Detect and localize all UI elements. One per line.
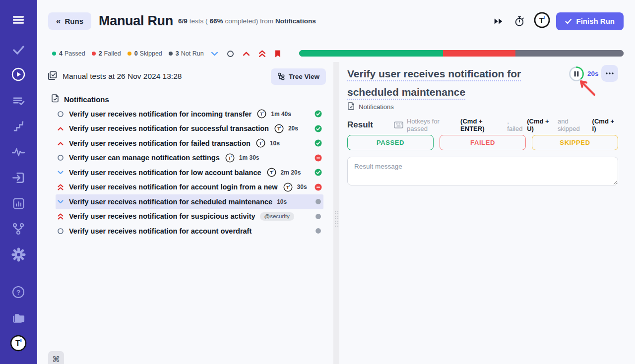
status-notrun-icon [315,227,322,235]
status-notrun-icon [315,213,322,220]
test-row[interactable]: Verify user receives notification for fa… [56,136,323,151]
test-row[interactable]: Verify user receives notification for in… [56,107,323,121]
test-row[interactable]: Verify user receives notification for sc… [56,194,323,209]
run-progress-subtitle: 6/9 tests ( 66% completed) from Notifica… [178,17,316,25]
test-row[interactable]: Verify user receives notification for ac… [56,180,323,195]
breadcrumb-label: Notifications [359,103,394,111]
test-title: Verify user receives notification for sc… [69,198,272,206]
skipped-button[interactable]: SKIPPED [532,135,618,150]
priority-low-icon [57,198,64,206]
folder-name: Notifications [64,95,109,104]
test-row[interactable]: Verify user receives notification for su… [56,209,323,224]
failed-button[interactable]: FAILED [440,135,526,150]
circle-priority-icon[interactable] [226,50,235,58]
check-icon [565,18,572,24]
test-title: Verify user receives notification for ac… [69,183,278,191]
priority-normal-icon [57,154,64,162]
import-icon[interactable] [9,169,27,186]
analytics-icon[interactable] [9,194,27,212]
run-name: Manual tests at 26 Nov 2024 13:28 [63,72,182,81]
passed-dot-icon [52,52,56,56]
progress-segment-passed [299,50,443,57]
svg-text:T: T [277,126,280,131]
svg-text:T: T [270,170,273,175]
test-plans-icon[interactable] [9,92,27,110]
completed-percent: 66% [210,17,223,25]
test-detail-panel: Verify user receives notification for sc… [339,62,635,364]
priority-highest-icon [57,183,64,191]
status-passed-icon [315,139,322,147]
finish-run-button[interactable]: Finish Run [556,12,624,30]
ellipsis-icon [605,72,614,75]
divider-line [37,88,333,88]
fast-forward-icon[interactable] [492,15,505,27]
test-list: Verify user receives notification for in… [37,107,333,239]
failed-dot-icon [92,52,96,56]
status-row: 4Passed 2Failed 0Skipped 3Not Run [37,47,635,60]
test-duration: 10s [270,140,280,147]
panel-resize-handle[interactable] [333,62,339,364]
svg-text:T: T [228,155,231,160]
legend-skipped: 0Skipped [127,50,162,57]
back-to-runs-label: Runs [64,17,83,25]
status-legend: 4Passed 2Failed 0Skipped 3Not Run [52,47,204,60]
help-icon[interactable]: ? [9,283,27,301]
chevron-down-icon[interactable] [210,50,219,58]
legend-failed: 2Failed [92,50,121,57]
result-heading: Result [347,120,373,130]
run-play-icon[interactable] [9,65,27,83]
svg-text:?: ? [16,289,20,296]
double-chevron-up-icon[interactable] [258,49,266,58]
drag-grip-icon [335,211,338,228]
test-title: Verify user receives notification for fa… [69,139,251,147]
folder-row[interactable]: Notifications [51,93,109,106]
priority-low-icon [57,169,64,177]
sidebar: ? T [0,0,37,364]
notrun-dot-icon [169,52,173,56]
more-options-button[interactable] [601,65,618,82]
stopwatch-icon[interactable] [512,13,527,29]
bookmark-icon[interactable] [274,49,282,59]
tree-view-button[interactable]: Tree View [271,68,326,85]
status-notrun-icon [315,198,322,205]
test-row[interactable]: Verify user can manage notification sett… [56,151,323,166]
test-duration: 20s [288,125,298,132]
menu-icon[interactable] [9,11,27,29]
detail-test-title: Verify user receives notification for sc… [347,68,521,100]
status-passed-icon [315,125,322,132]
test-row[interactable]: Verify user receives notification for su… [56,121,323,136]
page-title: Manual Run [99,13,173,29]
legend-passed: 4Passed [52,50,85,57]
result-message-input[interactable] [347,157,618,185]
settings-gear-icon[interactable] [9,245,27,263]
test-row[interactable]: Verify user receives notification for lo… [56,165,323,180]
testomat-logo-icon[interactable]: T [534,12,550,30]
pulse-icon[interactable] [9,143,27,161]
elapsed-timer: 20s [587,70,599,77]
testomat-logo-icon: T [283,182,293,192]
testomat-logo-icon: T [225,153,235,163]
breadcrumb[interactable]: Notifications [347,102,394,112]
pause-timer-button[interactable] [569,66,584,82]
double-chevron-left-icon: « [56,17,61,25]
svg-text:T: T [259,141,262,146]
test-tag: @security [260,212,294,221]
progress-bar [299,50,624,57]
test-title: Verify user receives notification for su… [69,212,255,220]
testomat-logo-icon[interactable]: T [9,334,27,352]
status-failed-icon [315,154,322,162]
verdict-buttons: PASSED FAILED SKIPPED [347,135,618,150]
command-shortcut-button[interactable]: ⌘ [48,351,64,364]
back-to-runs-button[interactable]: « Runs [48,12,91,30]
tests-check-icon[interactable] [9,41,27,59]
svg-text:T: T [260,112,263,117]
passed-button[interactable]: PASSED [347,135,434,150]
chevron-up-icon[interactable] [242,50,251,58]
test-duration: 10s [277,198,287,205]
test-list-panel: Manual tests at 26 Nov 2024 13:28 Tree V… [37,62,333,364]
steps-icon[interactable] [9,117,27,135]
projects-folder-icon[interactable] [9,309,27,327]
tree-view-label: Tree View [289,73,319,80]
branches-icon[interactable] [9,220,27,238]
test-row[interactable]: Verify user receives notification for ac… [56,224,323,239]
